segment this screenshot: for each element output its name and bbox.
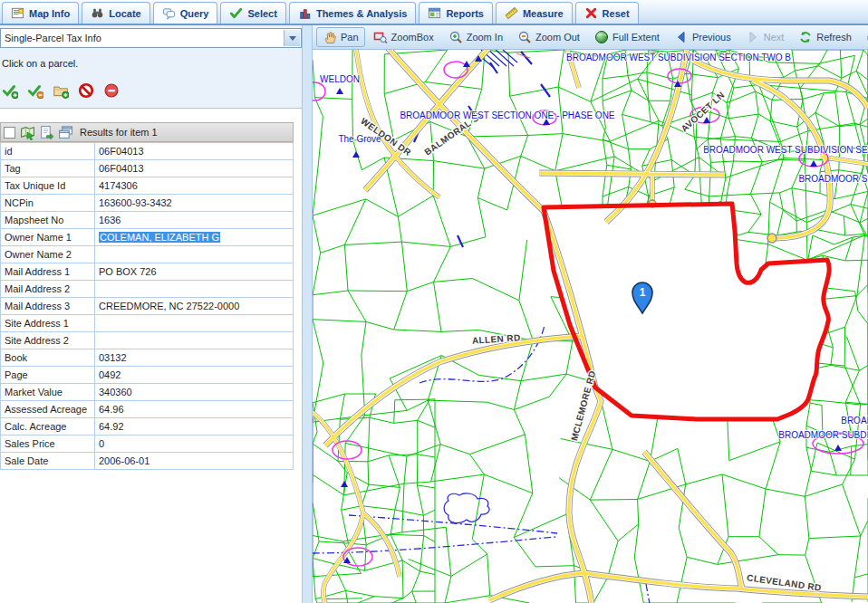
reports-icon [428,6,441,20]
attr-label: Mapsheet No [1,212,95,229]
attr-value: 0 [95,436,294,453]
results-section: Results for item 1 id06F04013Tag06F04013… [0,122,302,470]
tab-label: Locate [109,8,140,19]
tab-locate[interactable]: Locate [82,2,149,24]
panel-splitter[interactable] [302,25,313,603]
results-checkbox[interactable] [4,127,15,139]
table-row-mail-address-3: Mail Address 3CREEDMORE, NC 27522-0000 [1,298,294,315]
table-row-id: id06F04013 [1,143,294,160]
next-icon [746,30,760,44]
attr-value: 1636 [95,212,294,229]
tab-map-info[interactable]: Map Info [2,2,79,24]
gis-application: Map InfoLocateQuerySelectThemes & Analys… [0,0,868,603]
attr-label: Site Address 2 [1,332,95,349]
themes-and-analysis-icon [298,6,312,20]
selection-toolbar [2,82,300,99]
main-row: Single-Parcel Tax Info Click on a parcel… [0,25,868,603]
remove-all-icon[interactable] [103,82,120,99]
attr-label: Assessed Acreage [1,401,95,418]
table-row-tax-unique-id: Tax Unique Id4174306 [1,177,294,195]
button-label: ZoomBox [391,32,434,43]
query-panel: Single-Parcel Tax Info Click on a parcel… [0,25,302,603]
attr-value: 163600-93-3432 [95,195,294,212]
tab-themes-and-analysis[interactable]: Themes & Analysis [289,2,416,24]
attr-value: 64.92 [95,418,294,436]
map-container: WELDON DRBALMORAL STALLEN RDMCLEMORE RDC… [313,50,868,603]
btn-zoom-in[interactable]: Zoom In [442,27,509,47]
tab-reports[interactable]: Reports [419,2,493,24]
tab-measure[interactable]: Measure [496,2,573,24]
reset-icon [584,6,598,20]
attr-label: Site Address 1 [1,315,95,332]
attr-value: 340360 [95,384,294,401]
remove-from-selection-icon[interactable] [27,82,43,99]
attr-label: Sale Date [1,453,95,470]
pan-icon [323,30,337,44]
btn-zoombox[interactable]: ZoomBox [367,27,440,47]
table-row-mail-address-1: Mail Address 1PO BOX 726 [1,263,294,281]
table-row-site-address-2: Site Address 2 [1,332,294,349]
btn-zoom-out[interactable]: Zoom Out [511,27,586,47]
attr-label: Mail Address 3 [1,298,95,315]
button-label: Full Extent [612,32,660,43]
table-row-page: Page0492 [1,367,294,384]
attr-value: COLEMAN, ELIZABETH G [95,229,294,246]
attr-value: 64.96 [95,401,294,418]
btn-pan[interactable]: Pan [316,27,365,47]
layer-dropdown-value: Single-Parcel Tax Info [1,29,301,47]
clear-selection-icon[interactable] [78,82,94,99]
results-title: Results for item 1 [78,127,158,138]
attr-value: PO BOX 726 [95,263,294,281]
subdivision-label: BROADMOOR SUBD [798,174,868,184]
attr-label: Calc. Acreage [1,418,95,436]
attr-label: Tax Unique Id [1,177,95,195]
table-row-owner-name-1: Owner Name 1COLEMAN, ELIZABETH G [1,229,294,246]
top-tab-bar: Map InfoLocateQuerySelectThemes & Analys… [0,0,868,25]
zoombox-icon [373,30,388,44]
tab-label: Reports [446,8,484,19]
tab-query[interactable]: Query [153,2,218,24]
button-label: Zoom In [467,32,503,43]
query-section: Single-Parcel Tax Info Click on a parcel… [0,25,302,109]
tab-label: Reset [603,8,630,19]
button-label: Pan [341,32,359,43]
culdesac [767,234,776,243]
locate-icon [91,6,104,20]
results-header-icons [20,125,73,140]
table-row-market-value: Market Value340360 [1,384,294,401]
table-row-assessed-acreage: Assessed Acreage64.96 [1,401,294,418]
svg-text:1: 1 [640,286,646,299]
btn-next: Next [739,27,791,47]
button-label: Previous [692,32,731,43]
layer-dropdown[interactable]: Single-Parcel Tax Info [0,28,302,48]
btn-print[interactable]: Print [860,27,868,47]
btn-full-extent[interactable]: Full Extent [588,27,666,47]
subdivision-label: WELDON [320,74,360,84]
map-canvas[interactable]: WELDON DRBALMORAL STALLEN RDMCLEMORE RDC… [313,50,868,603]
copy-result-icon[interactable] [58,125,73,140]
table-row-owner-name-2: Owner Name 2 [1,246,294,263]
table-row-site-address-1: Site Address 1 [1,315,294,332]
subdivision-label: BROADMOOR WEST SUBDIVISION SECTI [703,145,868,155]
map-panel: PanZoomBoxZoom InZoom OutFull ExtentPrev… [313,25,868,603]
add-folder-icon[interactable] [53,82,69,99]
attribute-table: id06F04013Tag06F04013Tax Unique Id417430… [0,142,294,470]
select-icon [229,6,243,20]
table-row-mail-address-2: Mail Address 2 [1,281,294,298]
tab-reset[interactable]: Reset [575,2,639,24]
dropdown-button[interactable] [284,30,300,46]
tab-select[interactable]: Select [220,2,285,24]
btn-refresh[interactable]: Refresh [792,27,858,47]
attr-label: Page [1,367,95,384]
refresh-icon [798,30,813,44]
subdivision-label: BROAD [841,416,868,426]
zoom-to-feature-icon[interactable] [20,125,35,140]
chevron-down-icon [289,36,296,41]
attr-label: Owner Name 1 [1,229,95,246]
add-to-selection-icon[interactable] [2,82,18,99]
measure-icon [505,6,518,20]
export-result-icon[interactable] [39,125,54,140]
btn-previous[interactable]: Previous [668,27,738,47]
attr-label: Mail Address 1 [1,263,95,281]
table-row-tag: Tag06F04013 [1,160,294,177]
